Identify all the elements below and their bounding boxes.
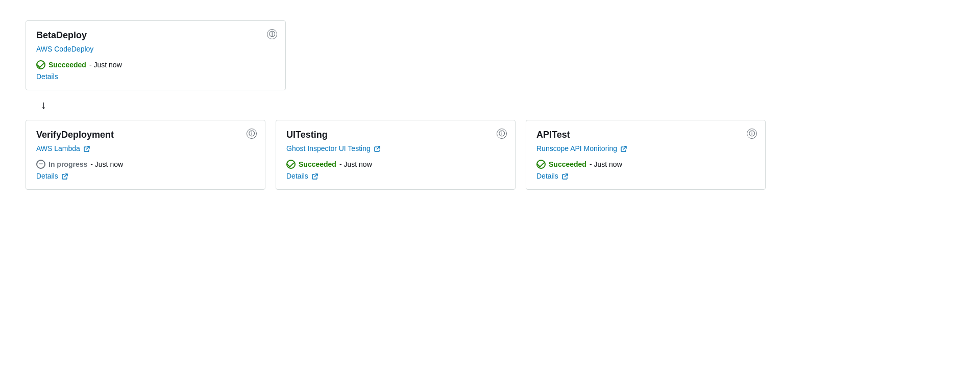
- stage-status-uitesting: Succeeded - Just now: [286, 160, 505, 169]
- provider-label-apitest: Runscope API Monitoring: [536, 144, 617, 153]
- success-icon-apitest: [536, 160, 546, 169]
- pipeline-container: BetaDeploy AWS CodeDeploy Succeeded - Ju…: [15, 10, 832, 200]
- details-uitesting: Details: [286, 172, 505, 180]
- status-time-betadeploy: - Just now: [89, 61, 122, 69]
- parallel-stages-row: VerifyDeployment AWS Lambda In progress …: [26, 120, 766, 190]
- provider-label-uitesting: Ghost Inspector UI Testing: [286, 144, 371, 153]
- status-text-verify: In progress: [48, 160, 87, 168]
- status-text-uitesting: Succeeded: [299, 160, 336, 168]
- stage-title-uitesting: UITesting: [286, 130, 505, 140]
- status-time-verify: - Just now: [90, 160, 123, 168]
- status-time-uitesting: - Just now: [339, 160, 372, 168]
- stage-card-uitesting: UITesting Ghost Inspector UI Testing Suc…: [276, 120, 516, 190]
- stage-provider-betadeploy[interactable]: AWS CodeDeploy: [36, 45, 93, 53]
- details-betadeploy: Details: [36, 72, 275, 81]
- stage-title-betadeploy: BetaDeploy: [36, 30, 275, 41]
- external-link-icon-verify: [84, 145, 90, 152]
- details-label-verify: Details: [36, 172, 58, 180]
- details-link-uitesting[interactable]: Details: [286, 172, 318, 180]
- details-verify: Details: [36, 172, 255, 180]
- stage-provider-uitesting[interactable]: Ghost Inspector UI Testing: [286, 144, 380, 153]
- details-link-betadeploy[interactable]: Details: [36, 72, 58, 81]
- stage-card-verifydeployment: VerifyDeployment AWS Lambda In progress …: [26, 120, 265, 190]
- provider-label-verify: AWS Lambda: [36, 144, 80, 153]
- info-icon-apitest[interactable]: ⓘ: [747, 129, 757, 139]
- external-link-icon-details-apitest: [562, 173, 568, 179]
- status-time-apitest: - Just now: [590, 160, 622, 168]
- stage-title-verify: VerifyDeployment: [36, 130, 255, 140]
- inprogress-icon-verify: [36, 160, 45, 169]
- status-text-betadeploy: Succeeded: [48, 61, 86, 69]
- external-link-icon-uitesting: [374, 145, 380, 152]
- info-icon-betadeploy[interactable]: ⓘ: [267, 29, 277, 39]
- details-apitest: Details: [536, 172, 755, 180]
- status-text-apitest: Succeeded: [549, 160, 586, 168]
- success-icon-uitesting: [286, 160, 296, 169]
- stage-status-apitest: Succeeded - Just now: [536, 160, 755, 169]
- external-link-icon-details-verify: [62, 173, 68, 179]
- external-link-icon-apitest: [621, 145, 627, 152]
- stage-status-verify: In progress - Just now: [36, 160, 255, 169]
- details-link-verify[interactable]: Details: [36, 172, 68, 180]
- stage-card-betadeploy: BetaDeploy AWS CodeDeploy Succeeded - Ju…: [26, 20, 286, 90]
- stage-provider-apitest[interactable]: Runscope API Monitoring: [536, 144, 627, 153]
- stage-provider-verify[interactable]: AWS Lambda: [36, 144, 90, 153]
- stage-card-apitest: APITest Runscope API Monitoring Succeede…: [526, 120, 766, 190]
- info-icon-uitesting[interactable]: ⓘ: [497, 129, 507, 139]
- external-link-icon-details-uitesting: [312, 173, 318, 179]
- stage-status-betadeploy: Succeeded - Just now: [36, 60, 275, 69]
- info-icon-verify[interactable]: ⓘ: [247, 129, 257, 139]
- success-icon-betadeploy: [36, 60, 45, 69]
- details-label-uitesting: Details: [286, 172, 308, 180]
- pipeline-arrow: ↓: [41, 99, 46, 111]
- stage-title-apitest: APITest: [536, 130, 755, 140]
- details-label-apitest: Details: [536, 172, 558, 180]
- details-link-apitest[interactable]: Details: [536, 172, 568, 180]
